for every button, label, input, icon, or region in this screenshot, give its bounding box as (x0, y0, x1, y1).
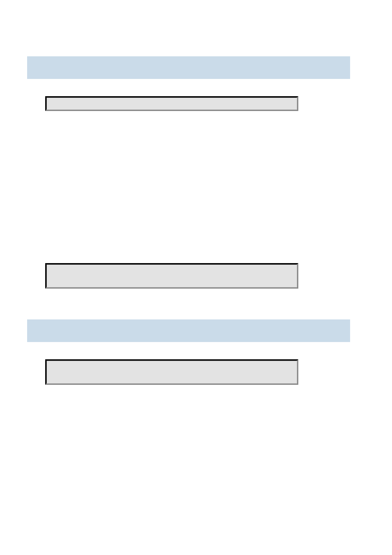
inset-box-3 (45, 359, 298, 385)
heading-bar-1 (27, 56, 350, 79)
inset-box-1 (45, 96, 298, 111)
inset-box-2 (45, 263, 298, 289)
heading-bar-2 (27, 319, 350, 342)
